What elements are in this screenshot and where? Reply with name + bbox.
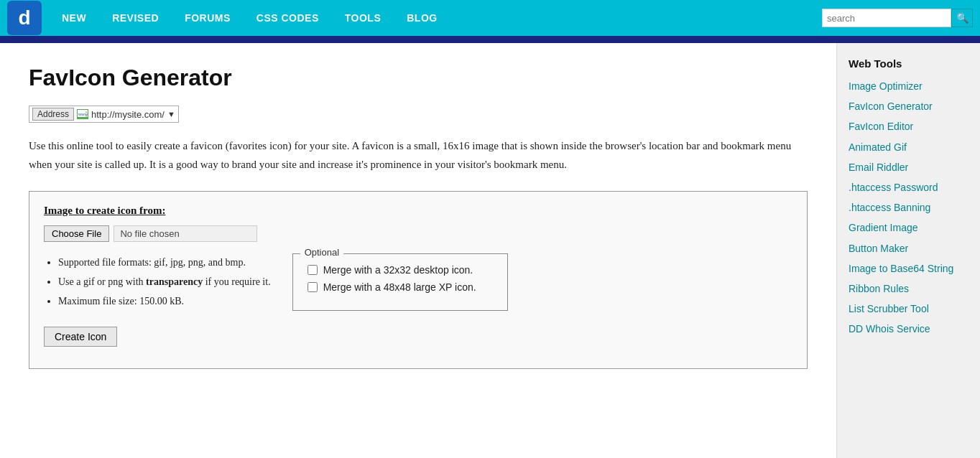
sidebar-link-image-base64[interactable]: Image to Base64 String: [849, 262, 969, 275]
form-box-title: Image to create icon from:: [44, 205, 792, 217]
page-title: FavIcon Generator: [29, 65, 808, 91]
nav-link-tools[interactable]: TOOLS: [332, 12, 394, 24]
checkbox-row-1: Merge with a 32x32 desktop icon.: [308, 264, 493, 276]
sidebar-link-list-scrubber[interactable]: List Scrubber Tool: [849, 302, 969, 315]
sidebar-link-htaccess-banning[interactable]: .htaccess Banning: [849, 201, 969, 214]
sidebar-link-gradient-image[interactable]: Gradient Image: [849, 221, 969, 234]
top-navigation: d NEW REVISED FORUMS CSS CODES TOOLS BLO…: [0, 0, 980, 36]
browser-icon: www: [77, 109, 88, 119]
list-item: Supported file formats: gif, jpg, png, a…: [58, 253, 271, 271]
address-dropdown[interactable]: ▼: [167, 110, 175, 118]
form-box: Image to create icon from: Choose File N…: [29, 191, 808, 369]
search-input[interactable]: [822, 9, 951, 27]
search-bar: 🔍: [822, 9, 973, 27]
list-item: Use a gif or png with transparency if yo…: [58, 273, 271, 291]
optional-box: Optional Merge with a 32x32 desktop icon…: [292, 253, 508, 311]
merge-32x32-checkbox[interactable]: [308, 265, 318, 275]
checkbox-row-2: Merge with a 48x48 large XP icon.: [308, 281, 493, 293]
sidebar-link-image-optimizer[interactable]: Image Optimizer: [849, 80, 969, 93]
sidebar-link-animated-gif[interactable]: Animated Gif: [849, 141, 969, 154]
sidebar-link-favicon-editor[interactable]: FavIcon Editor: [849, 120, 969, 133]
logo-letter: d: [18, 6, 30, 29]
sidebar-link-email-riddler[interactable]: Email Riddler: [849, 161, 969, 174]
sidebar: Web Tools Image Optimizer FavIcon Genera…: [836, 43, 980, 458]
file-input-row: Choose File No file chosen: [44, 225, 792, 242]
nav-link-revised[interactable]: REVISED: [99, 12, 172, 24]
dark-strip: [0, 36, 980, 43]
svg-rect-2: [78, 117, 88, 118]
sidebar-link-favicon-generator[interactable]: FavIcon Generator: [849, 100, 969, 113]
sidebar-link-ribbon-rules[interactable]: Ribbon Rules: [849, 282, 969, 295]
merge-32x32-label: Merge with a 32x32 desktop icon.: [323, 264, 473, 276]
bullet-list: Supported file formats: gif, jpg, png, a…: [44, 253, 271, 312]
search-button[interactable]: 🔍: [951, 9, 973, 27]
sidebar-title: Web Tools: [849, 57, 969, 70]
nav-links-container: NEW REVISED FORUMS CSS CODES TOOLS BLOG: [49, 12, 822, 24]
nav-link-new[interactable]: NEW: [49, 12, 99, 24]
address-label: Address: [32, 108, 74, 121]
main-layout: FavIcon Generator Address www http://mys…: [0, 43, 980, 458]
file-name-display: No file chosen: [114, 225, 257, 242]
sidebar-link-dd-whois[interactable]: DD Whois Service: [849, 322, 969, 335]
merge-48x48-label: Merge with a 48x48 large XP icon.: [323, 281, 476, 293]
sidebar-link-button-maker[interactable]: Button Maker: [849, 242, 969, 255]
site-logo[interactable]: d: [7, 1, 42, 35]
form-columns: Supported file formats: gif, jpg, png, a…: [44, 253, 792, 312]
list-item: Maximum file size: 150.00 kB.: [58, 292, 271, 310]
optional-legend: Optional: [300, 247, 343, 258]
merge-48x48-checkbox[interactable]: [308, 282, 318, 292]
sidebar-link-htaccess-password[interactable]: .htaccess Password: [849, 181, 969, 194]
nav-link-forums[interactable]: FORUMS: [172, 12, 244, 24]
nav-link-css-codes[interactable]: CSS CODES: [244, 12, 332, 24]
address-bar-mockup: Address www http://mysite.com/ ▼: [29, 106, 179, 123]
nav-link-blog[interactable]: BLOG: [394, 12, 450, 24]
choose-file-button[interactable]: Choose File: [44, 225, 109, 242]
main-content: FavIcon Generator Address www http://mys…: [0, 43, 836, 458]
address-url: http://mysite.com/: [91, 109, 165, 120]
create-icon-button[interactable]: Create Icon: [44, 327, 117, 347]
description-text: Use this online tool to easily create a …: [29, 137, 808, 174]
